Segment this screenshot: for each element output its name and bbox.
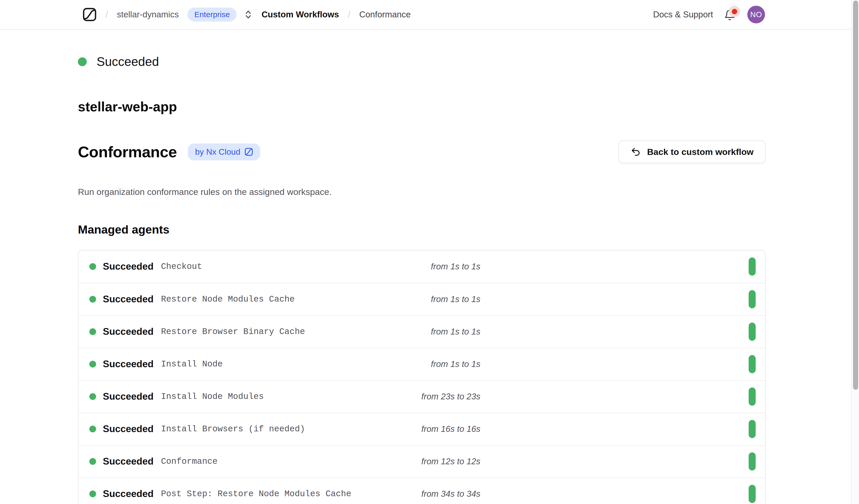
agents-list: Succeeded Checkout from 1s to 1s Succeed… (78, 250, 766, 504)
workspace-switcher-button[interactable] (244, 9, 253, 20)
status-dot (89, 361, 96, 367)
status-dot (89, 458, 96, 465)
agent-timing: from 1s to 1s (421, 294, 480, 304)
agent-row[interactable]: Succeeded Post Step: Restore Node Module… (78, 477, 765, 504)
avatar[interactable]: NO (747, 6, 765, 24)
agent-row[interactable]: Succeeded Conformance from 12s to 12s (78, 445, 765, 477)
agent-status: Succeeded (103, 294, 153, 305)
nx-cloud-logo-icon[interactable] (82, 7, 96, 21)
duration-bar (749, 387, 756, 406)
duration-bar (749, 257, 756, 276)
agent-timing: from 1s to 1s (421, 262, 480, 272)
agent-timing: from 1s to 1s (421, 359, 480, 369)
duration-bar (749, 323, 756, 341)
provider-badge[interactable]: by Nx Cloud (188, 143, 260, 161)
duration-bar (749, 290, 756, 308)
agent-status: Succeeded (103, 359, 153, 369)
provider-badge-label: by Nx Cloud (195, 147, 240, 157)
duration-bar (749, 485, 756, 503)
agent-status: Succeeded (103, 424, 153, 434)
breadcrumb-separator: / (348, 9, 350, 20)
notification-halo (729, 6, 740, 17)
agent-status: Succeeded (103, 456, 153, 467)
status-dot (89, 426, 96, 432)
agent-row[interactable]: Succeeded Install Node Modules from 23s … (78, 380, 765, 413)
agent-step-name: Checkout (161, 262, 421, 272)
workflow-description: Run organization conformance rules on th… (78, 187, 766, 197)
agent-status: Succeeded (103, 391, 153, 402)
status-dot (89, 296, 96, 303)
status-dot (89, 263, 96, 270)
agent-status: Succeeded (103, 326, 153, 337)
duration-bar (749, 420, 756, 438)
agent-timing: from 1s to 1s (421, 327, 480, 337)
scrollbar-track[interactable] (851, 0, 859, 504)
plan-badge: Enterprise (187, 7, 237, 21)
agent-status: Succeeded (103, 488, 153, 499)
status-dot (89, 328, 96, 335)
agent-step-name: Install Browsers (if needed) (161, 424, 421, 434)
breadcrumb-section[interactable]: Custom Workflows (261, 10, 339, 19)
undo-arrow-icon (631, 147, 641, 157)
agent-step-name: Conformance (161, 457, 421, 467)
chevron-up-down-icon (244, 9, 253, 20)
agent-timing: from 34s to 34s (421, 489, 480, 499)
status-dot (78, 57, 87, 66)
agent-timing: from 12s to 12s (421, 457, 480, 467)
workspace-title: stellar-web-app (78, 99, 766, 114)
duration-bar (749, 452, 756, 471)
agent-row[interactable]: Succeeded Install Browsers (if needed) f… (78, 413, 765, 445)
agent-row[interactable]: Succeeded Install Node from 1s to 1s (78, 348, 765, 380)
scrollbar-thumb[interactable] (853, 1, 858, 390)
run-status: Succeeded (78, 55, 766, 69)
status-dot (89, 393, 96, 400)
breadcrumb-org[interactable]: stellar-dynamics (117, 10, 179, 19)
agent-step-name: Install Node Modules (161, 392, 421, 401)
run-status-label: Succeeded (96, 55, 159, 69)
agent-row[interactable]: Succeeded Checkout from 1s to 1s (78, 250, 765, 283)
topbar: / stellar-dynamics Enterprise Custom Wor… (0, 0, 851, 30)
back-button-label: Back to custom workflow (647, 147, 754, 157)
managed-agents-heading: Managed agents (78, 223, 766, 236)
agent-status: Succeeded (103, 261, 153, 272)
agent-step-name: Restore Node Modules Cache (161, 294, 421, 304)
agent-timing: from 23s to 23s (421, 392, 480, 401)
breadcrumb-separator: / (105, 9, 108, 20)
breadcrumb: / stellar-dynamics Enterprise Custom Wor… (82, 7, 411, 21)
nx-cloud-badge-icon (245, 148, 253, 156)
breadcrumb-page[interactable]: Conformance (359, 10, 410, 19)
page-title: Conformance (78, 143, 177, 161)
notification-dot (732, 9, 737, 14)
agent-step-name: Install Node (161, 360, 421, 369)
notifications-button[interactable] (724, 8, 736, 21)
agent-timing: from 16s to 16s (421, 424, 480, 434)
status-dot (89, 490, 96, 497)
back-to-custom-workflow-button[interactable]: Back to custom workflow (619, 140, 766, 163)
docs-support-link[interactable]: Docs & Support (653, 10, 713, 19)
agent-row[interactable]: Succeeded Restore Node Modules Cache fro… (78, 283, 765, 315)
agent-step-name: Post Step: Restore Node Modules Cache (161, 489, 421, 499)
main-content: Succeeded stellar-web-app Conformance by… (0, 30, 851, 504)
agent-row[interactable]: Succeeded Restore Browser Binary Cache f… (78, 315, 765, 348)
duration-bar (749, 355, 756, 373)
agent-step-name: Restore Browser Binary Cache (161, 327, 421, 337)
